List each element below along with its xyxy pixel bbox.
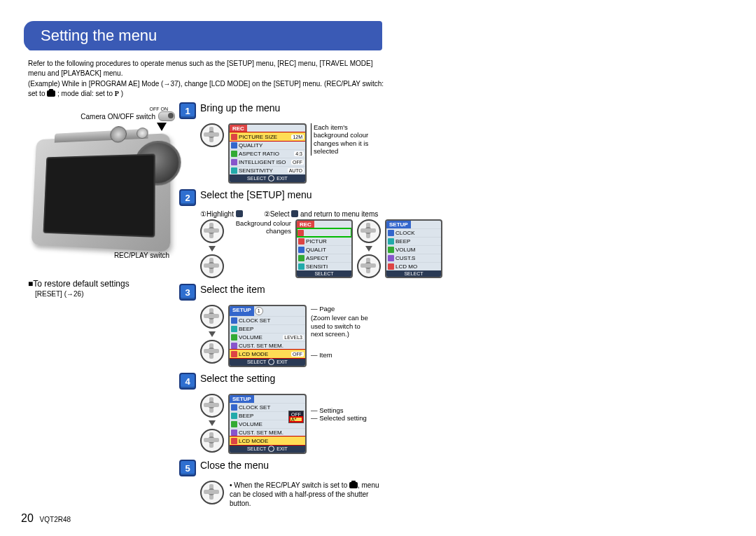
arrow-down-icon	[209, 420, 216, 426]
annotation-item: Item	[319, 351, 332, 359]
step-5-title: Close the menu	[200, 460, 269, 471]
restore-body: [RESET] (→26)	[35, 290, 175, 298]
page-number: 20	[21, 512, 34, 524]
setup-tab-icon	[291, 210, 298, 217]
annotation-selected: Selected setting	[319, 414, 367, 422]
setup-tab-icon	[236, 210, 243, 217]
annotation-page: Page	[319, 305, 335, 312]
example-text: (Example) While in [PROGRAM AE] Mode (→3…	[28, 79, 392, 98]
step-2-number: 2	[179, 189, 196, 206]
restore-heading: ■To restore default settings	[28, 279, 175, 289]
step-1-title: Bring up the menu	[200, 102, 280, 114]
dpad-icon	[200, 429, 224, 453]
dpad-icon	[200, 481, 224, 504]
arrow-down-icon	[209, 246, 216, 252]
dpad-icon	[200, 254, 224, 278]
step-2-title: Select the [SETUP] menu	[200, 189, 312, 200]
recplay-switch-label: REC/PLAY switch	[28, 252, 169, 259]
camera-icon	[349, 482, 358, 488]
off-on-label: OFF ON	[28, 106, 168, 111]
step-3-number: 3	[179, 284, 196, 301]
page-badge: 1	[255, 307, 263, 315]
intro-text: Refer to the following procedures to ope…	[28, 59, 392, 78]
lcd-screen-4: SETUP CLOCK SET BEEP VOLUME CUST. SET ME…	[228, 394, 307, 454]
step-4: 4 Select the setting	[179, 373, 728, 390]
annotation-bgchange2: Background colour changes	[228, 219, 291, 235]
annotation-settings: Settings	[319, 406, 343, 414]
step-5-number: 5	[179, 460, 196, 476]
doc-code: VQT2R48	[40, 516, 71, 523]
step-4-number: 4	[179, 373, 196, 390]
dpad-icon	[357, 219, 381, 243]
camera-diagram-column: OFF ON Camera ON/OFF switch Mode dial Sh…	[28, 102, 175, 508]
dpad-icon	[357, 254, 381, 278]
step-4-title: Select the setting	[200, 373, 275, 384]
dpad-icon	[200, 340, 224, 364]
lcd-screen-3: SETUP 1 CLOCK SET BEEP VOLUMELEVEL3 CUST…	[228, 305, 307, 367]
dpad-icon	[200, 305, 224, 329]
step-3-title: Select the item	[200, 284, 265, 295]
camera-icon	[47, 90, 55, 97]
lcd-screen-2b: SETUP CLOCK BEEP VOLUM CUST.S LCD MO SEL…	[385, 219, 442, 278]
onoff-switch-icon	[158, 111, 175, 121]
step-3: 3 Select the item	[179, 284, 728, 301]
step-5: 5 Close the menu	[179, 460, 728, 476]
arrow-down-icon	[157, 123, 167, 131]
lcd-screen-1: REC PICTURE SIZE12M QUALITY ASPECT RATIO…	[228, 123, 307, 184]
page-footer: 20 VQT2R48	[21, 512, 71, 525]
p-mode-icon: P	[115, 89, 119, 99]
step-2: 2 Select the [SETUP] menu	[179, 189, 728, 206]
steps-column: 1 Bring up the menu REC PICTURE SIZE12M …	[175, 102, 728, 508]
camera-onoff-label: Camera ON/OFF switch	[80, 113, 155, 121]
arrow-down-icon	[209, 331, 216, 337]
page-title-text: Setting the menu	[41, 27, 157, 44]
lcd-screen-2a: REC PICTUR QUALIT ASPECT SENSITI SELECT	[295, 219, 353, 278]
dpad-icon	[200, 394, 224, 418]
annotation-bgchange: Each item's background colour changes wh…	[311, 123, 377, 156]
dpad-icon	[200, 123, 224, 147]
dpad-icon	[200, 219, 224, 243]
camera-illustration	[31, 133, 171, 252]
close-note: • When the REC/PLAY switch is set to , m…	[230, 481, 384, 508]
arrow-down-icon	[365, 246, 372, 252]
step-1-number: 1	[179, 102, 196, 119]
step-1: 1 Bring up the menu	[179, 102, 728, 119]
page-title: Setting the menu	[28, 21, 382, 50]
step-2-substeps: ①Highlight ②Select and return to menu it…	[200, 210, 728, 218]
annotation-zoom: (Zoom lever can be used to switch to nex…	[311, 314, 374, 338]
